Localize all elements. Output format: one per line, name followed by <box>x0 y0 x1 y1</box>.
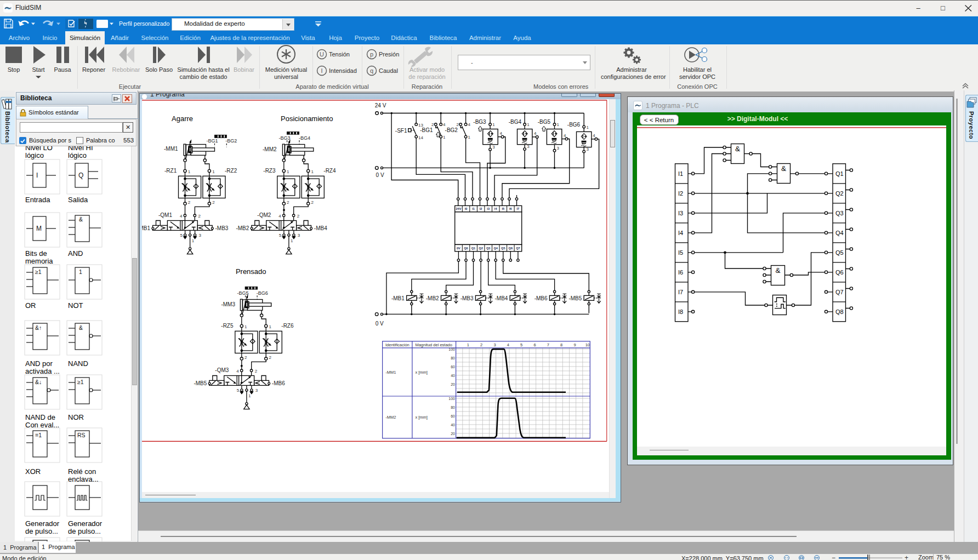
svg-text:Bits de: Bits de <box>25 249 47 258</box>
svg-text:20: 20 <box>451 382 455 386</box>
svg-text:Magnitud del estado: Magnitud del estado <box>415 342 452 347</box>
svg-text:3: 3 <box>199 232 202 237</box>
svg-text:Q6: Q6 <box>835 269 844 276</box>
svg-text:&: & <box>781 164 786 173</box>
svg-text:7: 7 <box>547 342 549 347</box>
svg-text:40: 40 <box>451 373 455 377</box>
svg-text:&↓: &↓ <box>35 379 42 385</box>
svg-text:1: 1 <box>244 324 247 329</box>
svg-text:100: 100 <box>448 396 455 400</box>
svg-text:2: 2 <box>244 355 247 359</box>
svg-text:-MB1: -MB1 <box>391 295 405 301</box>
svg-text:-BG3: -BG3 <box>279 135 291 140</box>
svg-text:-QM3: -QM3 <box>215 367 229 373</box>
svg-text:5: 5 <box>180 232 183 237</box>
svg-text:Q7: Q7 <box>835 289 844 295</box>
svg-text:I: I <box>36 172 38 179</box>
svg-text:Relé con: Relé con <box>68 467 96 476</box>
svg-text:U: U <box>320 51 324 58</box>
svg-text:-MB4: -MB4 <box>494 295 508 301</box>
svg-text:2: 2 <box>297 214 300 219</box>
svg-text:-MM2: -MM2 <box>263 146 277 152</box>
svg-text:-RZ5: -RZ5 <box>221 323 234 329</box>
svg-text:-SF1: -SF1 <box>395 128 407 134</box>
svg-text:4: 4 <box>443 122 446 127</box>
svg-text:=1: =1 <box>35 432 42 438</box>
svg-text:I7: I7 <box>678 289 683 295</box>
svg-text:−: − <box>832 554 835 560</box>
svg-text:NOR: NOR <box>68 413 84 421</box>
svg-text:-RZ2: -RZ2 <box>225 168 237 174</box>
svg-text:Prensado: Prensado <box>236 267 266 276</box>
svg-text:3: 3 <box>298 232 300 237</box>
svg-text:-BG4: -BG4 <box>299 135 310 140</box>
svg-text:2: 2 <box>457 122 459 127</box>
svg-text:-MB5: -MB5 <box>194 380 207 386</box>
svg-text:-MM1: -MM1 <box>164 146 178 152</box>
svg-text:-MB2: -MB2 <box>426 295 439 301</box>
svg-text:9: 9 <box>574 342 576 347</box>
svg-text:I4: I4 <box>678 230 683 236</box>
svg-text:1: 1 <box>527 122 530 127</box>
svg-text:XOR: XOR <box>25 467 41 476</box>
svg-text:Generador: Generador <box>25 519 60 528</box>
svg-text:RS: RS <box>77 432 86 438</box>
svg-text:2: 2 <box>287 199 289 204</box>
svg-text:Posicionamiento: Posicionamiento <box>281 115 333 123</box>
svg-text:Q3: Q3 <box>486 246 490 249</box>
svg-text:2: 2 <box>188 199 191 204</box>
svg-text:Identificación: Identificación <box>385 342 410 347</box>
svg-text:-BG2: -BG2 <box>445 127 458 133</box>
svg-text:2: 2 <box>198 214 201 219</box>
svg-text:8: 8 <box>560 342 562 347</box>
svg-text:I0: I0 <box>465 207 468 210</box>
svg-text:x [mm]: x [mm] <box>415 370 428 375</box>
svg-text:-MB1: -MB1 <box>142 225 150 231</box>
svg-text:NAND de: NAND de <box>25 413 55 421</box>
svg-text:60: 60 <box>451 364 455 368</box>
svg-text:3: 3 <box>587 146 589 151</box>
svg-text:AND por: AND por <box>25 359 53 368</box>
svg-text:1: 1 <box>556 122 559 127</box>
svg-text:-MM2: -MM2 <box>385 415 396 420</box>
svg-text:0 V: 0 V <box>376 321 384 327</box>
svg-text:-MB5: -MB5 <box>568 295 582 301</box>
svg-text:Q4: Q4 <box>493 246 498 249</box>
svg-text:3: 3 <box>492 144 495 149</box>
svg-text:1: 1 <box>468 134 470 139</box>
svg-text:20: 20 <box>451 432 455 436</box>
svg-text:-RZ1: -RZ1 <box>164 168 177 174</box>
svg-text:40: 40 <box>451 423 455 427</box>
svg-text:Entrada: Entrada <box>25 196 50 204</box>
svg-text:-BG1: -BG1 <box>420 127 433 133</box>
svg-text:3: 3 <box>556 145 559 150</box>
svg-text:I6: I6 <box>678 269 683 276</box>
svg-text:14: 14 <box>418 135 423 140</box>
svg-text:&: & <box>735 145 740 153</box>
svg-text:Q7: Q7 <box>516 246 520 249</box>
svg-text:Q1: Q1 <box>835 170 844 177</box>
svg-text:Con eval...: Con eval... <box>25 421 59 429</box>
svg-text:-MB6: -MB6 <box>272 380 285 386</box>
svg-text:-BG5: -BG5 <box>237 290 249 295</box>
svg-text:2: 2 <box>269 355 272 359</box>
svg-text:3: 3 <box>527 144 530 149</box>
svg-text:+: + <box>905 554 908 560</box>
svg-text:1: 1 <box>269 324 272 329</box>
svg-text:-RZ6: -RZ6 <box>281 323 294 329</box>
svg-text:Agarre: Agarre <box>172 115 193 123</box>
svg-text:4: 4 <box>500 131 503 136</box>
svg-text:24 V: 24 V <box>375 102 386 108</box>
svg-text:4: 4 <box>534 131 537 136</box>
svg-text:1: 1 <box>291 238 293 243</box>
svg-text:1: 1 <box>467 342 469 347</box>
svg-text:-QM2: -QM2 <box>257 212 271 218</box>
svg-text:I3: I3 <box>487 207 490 210</box>
svg-text:Q2: Q2 <box>479 246 482 249</box>
svg-text:-BG4: -BG4 <box>509 118 522 124</box>
svg-text:4: 4 <box>468 122 470 127</box>
svg-text:6: 6 <box>533 342 536 347</box>
svg-text:Q5: Q5 <box>835 249 844 256</box>
svg-text:-MB3: -MB3 <box>215 225 229 231</box>
svg-text:lógico: lógico <box>68 151 87 159</box>
